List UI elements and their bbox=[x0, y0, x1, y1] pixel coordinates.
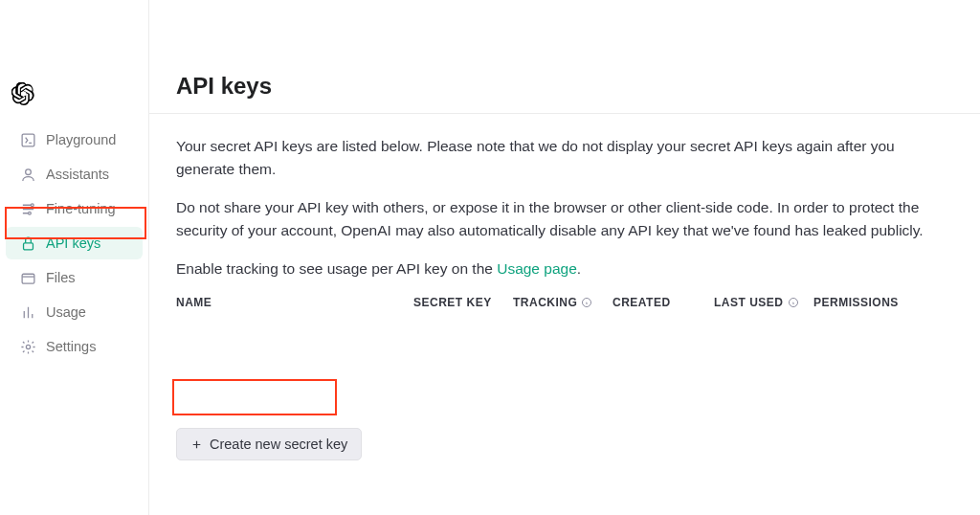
info-icon[interactable] bbox=[788, 297, 799, 308]
lock-icon bbox=[19, 235, 36, 252]
sidebar-item-label: Fine-tuning bbox=[46, 201, 131, 216]
tracking-label: TRACKING bbox=[513, 296, 577, 309]
table-header-tracking: TRACKING bbox=[513, 296, 612, 309]
svg-point-2 bbox=[31, 203, 33, 206]
sidebar-item-fine-tuning[interactable]: Fine-tuning bbox=[6, 192, 143, 225]
page-title: API keys bbox=[176, 73, 953, 100]
sidebar-item-label: Assistants bbox=[46, 167, 131, 182]
table-header-created: CREATED bbox=[612, 296, 714, 309]
lastused-label: LAST USED bbox=[714, 296, 784, 309]
create-new-secret-key-button[interactable]: Create new secret key bbox=[176, 428, 362, 460]
description-2: Do not share your API key with others, o… bbox=[176, 196, 953, 242]
table-header-secret-key: SECRET KEY bbox=[413, 296, 513, 309]
sidebar-item-assistants[interactable]: Assistants bbox=[6, 158, 143, 190]
files-icon bbox=[19, 269, 36, 286]
sidebar-item-label: API keys bbox=[46, 235, 131, 251]
assistants-icon bbox=[19, 166, 36, 183]
logo[interactable] bbox=[11, 82, 34, 105]
table-header-name: NAME bbox=[176, 296, 413, 309]
info-icon[interactable] bbox=[581, 297, 592, 308]
sidebar-item-settings[interactable]: Settings bbox=[6, 330, 143, 363]
playground-icon bbox=[19, 131, 36, 148]
create-button-label: Create new secret key bbox=[210, 437, 347, 452]
main-content: API keys Your secret API keys are listed… bbox=[149, 0, 980, 515]
desc3-suffix: . bbox=[577, 260, 581, 277]
sidebar-item-label: Files bbox=[46, 270, 131, 285]
svg-point-3 bbox=[28, 212, 31, 214]
description-1: Your secret API keys are listed below. P… bbox=[176, 135, 953, 181]
sidebar-item-label: Usage bbox=[46, 304, 131, 320]
fine-tuning-icon bbox=[19, 200, 36, 217]
desc3-prefix: Enable tracking to see usage per API key… bbox=[176, 260, 497, 277]
plus-icon bbox=[190, 438, 203, 451]
sidebar-item-api-keys[interactable]: API keys bbox=[6, 227, 143, 259]
sidebar-item-playground[interactable]: Playground bbox=[6, 123, 143, 156]
openai-logo-icon bbox=[11, 82, 34, 105]
sidebar-item-label: Settings bbox=[46, 339, 131, 354]
table-header-last-used: LAST USED bbox=[714, 296, 813, 309]
description-3: Enable tracking to see usage per API key… bbox=[176, 258, 953, 280]
usage-page-link[interactable]: Usage page bbox=[497, 260, 577, 277]
sidebar: Playground Assistants Fine-tuning API ke… bbox=[0, 0, 149, 515]
gear-icon bbox=[19, 338, 36, 355]
table-header-permissions: PERMISSIONS bbox=[813, 296, 909, 309]
usage-icon bbox=[19, 303, 36, 321]
sidebar-item-files[interactable]: Files bbox=[6, 261, 143, 294]
svg-rect-4 bbox=[23, 242, 33, 249]
svg-rect-5 bbox=[22, 274, 34, 283]
divider bbox=[149, 113, 980, 114]
svg-point-6 bbox=[26, 345, 30, 348]
table-header-row: NAME SECRET KEY TRACKING CREATED LAST US… bbox=[176, 296, 953, 309]
sidebar-item-label: Playground bbox=[46, 132, 131, 147]
svg-point-1 bbox=[25, 168, 31, 174]
sidebar-item-usage[interactable]: Usage bbox=[6, 296, 143, 328]
